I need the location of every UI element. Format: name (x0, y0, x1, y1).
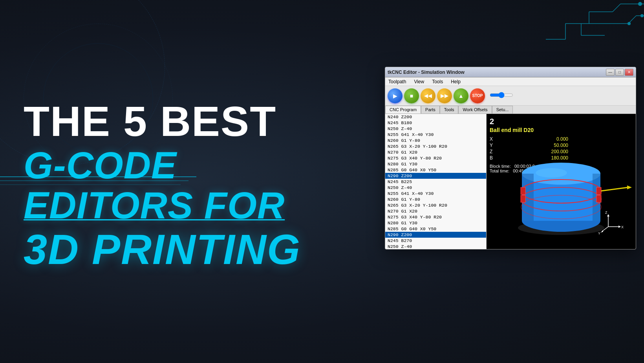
code-line-5[interactable]: N265 G3 X-20 Y-100 R20 (385, 143, 486, 149)
tkcnc-window-container: tkCNC Editor - Simulation Window — □ ✕ T… (385, 67, 636, 249)
svg-text:Y: Y (598, 231, 600, 235)
headline-line3: EDITORS FOR (24, 187, 314, 224)
window-tabs: CNC Program Parts Tools Work Offsets Set… (385, 106, 636, 114)
code-line-17[interactable]: N275 G3 X40 Y-80 R20 (385, 214, 486, 220)
tab-parts[interactable]: Parts (421, 106, 440, 114)
code-line-16[interactable]: N270 G1 X20 (385, 208, 486, 214)
window-titlebar: tkCNC Editor - Simulation Window — □ ✕ (385, 67, 636, 77)
svg-line-8 (613, 4, 620, 12)
forward-button[interactable]: ▶▶ (437, 88, 452, 103)
cnc-code-panel: N240 Z200N245 B180N250 Z-40N255 G41 X-40… (385, 114, 487, 249)
menu-help[interactable]: Help (449, 78, 462, 85)
code-line-14[interactable]: N260 G1 Y-80 (385, 196, 486, 202)
code-line-21[interactable]: N245 B270 (385, 238, 486, 244)
code-line-7[interactable]: N275 G3 X40 Y-80 R20 (385, 155, 486, 161)
code-line-4[interactable]: N260 G1 Y-80 (385, 138, 486, 143)
svg-point-11 (640, 14, 644, 17)
svg-rect-27 (521, 187, 525, 194)
headline-line1: THE 5 BEST (24, 100, 314, 143)
rewind-button[interactable]: ◀◀ (421, 88, 435, 103)
svg-text:Z: Z (605, 211, 607, 214)
code-line-20[interactable]: N290 Z200 (385, 232, 486, 238)
window-menubar: Toolpath View Tools Help (385, 77, 636, 86)
code-line-11[interactable]: N245 B225 (385, 179, 486, 185)
svg-rect-28 (521, 195, 525, 202)
up-button[interactable]: ▲ (454, 88, 468, 103)
code-line-0[interactable]: N240 Z200 (385, 114, 486, 120)
code-line-22[interactable]: N250 Z-40 (385, 244, 486, 249)
code-line-3[interactable]: N255 G41 X-40 Y30 (385, 132, 486, 138)
tab-tools[interactable]: Tools (440, 106, 459, 114)
svg-marker-32 (627, 185, 632, 189)
tkcnc-window: tkCNC Editor - Simulation Window — □ ✕ T… (385, 67, 636, 249)
cnc-code-list[interactable]: N240 Z200N245 B180N250 Z-40N255 G41 X-40… (385, 114, 486, 249)
code-line-1[interactable]: N245 B180 (385, 120, 486, 126)
svg-marker-34 (618, 226, 621, 228)
maximize-button[interactable]: □ (615, 69, 624, 76)
code-line-12[interactable]: N250 Z-40 (385, 185, 486, 191)
svg-marker-40 (601, 230, 603, 233)
svg-rect-29 (596, 187, 601, 194)
circuit-decoration (487, 0, 644, 71)
svg-point-21 (536, 168, 567, 178)
menu-toolpath[interactable]: Toolpath (387, 78, 408, 85)
headline-line2: G-CODE (24, 147, 314, 184)
svg-line-31 (601, 187, 628, 191)
3d-view-panel: 2 Ball end mill D20 X 0.000 Y 50.000 Z (487, 114, 636, 249)
window-main-area: N240 Z200N245 B180N250 Z-40N255 G41 X-40… (385, 114, 636, 249)
menu-tools[interactable]: Tools (430, 78, 445, 85)
tab-setup[interactable]: Setu... (492, 106, 513, 114)
close-button[interactable]: ✕ (625, 69, 633, 76)
main-text-content: THE 5 BEST G-CODE EDITORS FOR 3D PRINTIN… (0, 0, 314, 363)
code-line-13[interactable]: N255 G41 X-40 Y30 (385, 191, 486, 196)
play-button[interactable]: ▶ (388, 88, 402, 103)
minimize-button[interactable]: — (606, 69, 615, 76)
code-line-15[interactable]: N265 G3 X-20 Y-100 R20 (385, 202, 486, 208)
code-line-10[interactable]: N290 Z200 (385, 173, 486, 179)
window-toolbar: ▶ ■ ◀◀ ▶▶ ▲ STOP (385, 86, 636, 106)
code-line-8[interactable]: N280 G1 Y30 (385, 161, 486, 167)
tab-cnc-program[interactable]: CNC Program (385, 106, 421, 114)
code-line-18[interactable]: N280 G1 Y30 (385, 220, 486, 226)
code-line-19[interactable]: N285 G0 G40 X0 Y50 (385, 226, 486, 232)
stop-red-button[interactable]: STOP (470, 88, 485, 103)
svg-point-3 (628, 22, 631, 25)
headline-line4: 3D PRINTING (24, 228, 314, 271)
tab-work-offsets[interactable]: Work Offsets (458, 106, 492, 114)
toolbar-slider-area (490, 92, 513, 100)
window-title: tkCNC Editor - Simulation Window (388, 70, 606, 75)
svg-text:X: X (621, 225, 624, 229)
svg-marker-37 (607, 214, 609, 216)
stop-green-button[interactable]: ■ (404, 88, 419, 103)
svg-rect-30 (596, 195, 601, 202)
code-line-9[interactable]: N285 G0 G40 X0 Y50 (385, 167, 486, 173)
svg-point-10 (638, 2, 642, 6)
code-line-6[interactable]: N270 G1 X20 (385, 149, 486, 155)
menu-view[interactable]: View (412, 78, 426, 85)
speed-slider[interactable] (490, 92, 513, 98)
window-controls: — □ ✕ (606, 69, 633, 76)
code-line-2[interactable]: N250 Z-40 (385, 126, 486, 132)
3d-viewport-svg: X Z Y (487, 114, 636, 249)
